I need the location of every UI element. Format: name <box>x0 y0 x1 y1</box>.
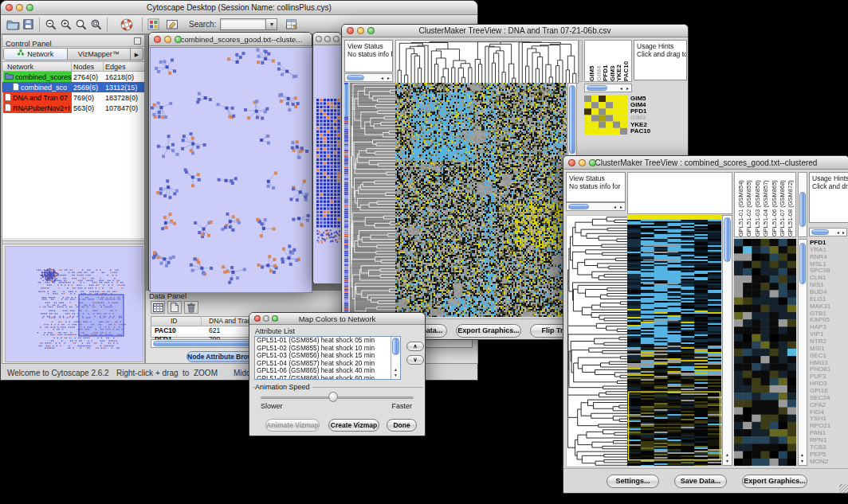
resize-grip[interactable] <box>839 484 848 493</box>
minimize-icon[interactable] <box>324 36 331 42</box>
scroll-thumb[interactable] <box>724 217 731 262</box>
t1-row-dendrogram-canvas[interactable] <box>350 83 395 317</box>
annotation-icon[interactable] <box>164 17 179 32</box>
gene-label[interactable]: SEC24 <box>810 395 848 402</box>
scroll-right-icon[interactable]: ▸ <box>626 86 629 91</box>
attribute-list-item[interactable]: GPL51-04 (GSM857) heat shock 20 min <box>255 360 400 368</box>
gene-label[interactable]: PEP5 <box>810 451 848 459</box>
save-icon[interactable] <box>21 17 36 32</box>
scroll-left-icon[interactable]: ◂ <box>381 76 383 80</box>
tab-network[interactable]: Network <box>3 48 68 61</box>
float-panel-icon[interactable] <box>134 37 141 45</box>
attribute-list-item[interactable]: GPL51-06 (GSM865) heat shock 40 min <box>255 367 400 375</box>
gene-label[interactable]: VIP1 <box>810 331 848 338</box>
scroll-right-icon[interactable]: ▸ <box>842 230 845 235</box>
close-icon[interactable] <box>568 159 575 166</box>
scroll-thumb[interactable] <box>587 85 607 91</box>
gene-label[interactable]: ELG1 <box>810 296 848 303</box>
col-header-network[interactable]: Network <box>7 63 33 71</box>
gene-label[interactable]: NIS1 <box>810 282 848 289</box>
treeview2-zoom-hscroll[interactable]: ◂ ▸ <box>809 228 847 236</box>
scroll-left-icon[interactable]: ◂ <box>620 86 622 91</box>
scroll-left-icon[interactable]: ◂ <box>614 205 616 209</box>
overview-splitter[interactable] <box>2 240 144 244</box>
minimize-icon[interactable] <box>579 159 586 166</box>
zoom-window-icon[interactable] <box>367 27 375 34</box>
t1-pixel-strip-canvas[interactable] <box>344 83 349 317</box>
network-graph-canvas[interactable] <box>150 47 312 293</box>
help-lifebuoy-icon[interactable] <box>119 17 134 32</box>
treeview2-zoom-vscroll[interactable]: ▴ ▾ <box>798 239 807 466</box>
t2-heatmap-canvas[interactable] <box>627 215 721 466</box>
gene-label[interactable]: CLN1 <box>810 275 848 282</box>
close-icon[interactable] <box>347 27 354 34</box>
gene-label[interactable]: MSL1 <box>810 261 848 268</box>
gene-label[interactable]: RPO21 <box>810 423 848 430</box>
network-list-row[interactable]: DNA and Tran 07769(0)183728(0) <box>2 92 144 103</box>
treeview2-status-scrollbar[interactable]: ◂ ▸ <box>566 202 626 211</box>
close-icon[interactable] <box>316 36 322 42</box>
scroll-thumb[interactable] <box>392 338 399 355</box>
t1-top-mini-scrollbar[interactable] <box>579 40 583 82</box>
gene-label[interactable]: SEC1 <box>810 353 848 360</box>
zoom-window-icon[interactable] <box>589 159 596 166</box>
gene-label[interactable]: PAN1 <box>810 430 848 437</box>
network-overview-canvas[interactable] <box>5 246 143 362</box>
scroll-right-icon[interactable]: ▸ <box>620 205 622 209</box>
background-window-titlebar[interactable] <box>313 33 341 45</box>
gene-label[interactable]: KAP95 <box>810 317 848 324</box>
gene-label[interactable]: MON2 <box>810 459 848 466</box>
treeview2-titlebar[interactable]: ClusterMaker TreeView : combined_scores_… <box>563 156 848 170</box>
close-icon[interactable] <box>254 315 261 322</box>
tab-vizmapper[interactable]: VizMapper™ <box>68 48 132 61</box>
scroll-down-icon[interactable]: ▾ <box>801 459 803 463</box>
scroll-thumb[interactable] <box>569 85 575 154</box>
gene-label[interactable]: MSI1 <box>810 346 848 353</box>
t2-row-dendrogram-canvas[interactable] <box>566 215 628 467</box>
close-icon[interactable] <box>6 4 13 11</box>
gene-label[interactable]: PFD1 <box>810 240 848 247</box>
open-folder-icon[interactable] <box>6 17 21 32</box>
t1-top-dendrogram-canvas[interactable] <box>395 40 579 84</box>
gene-label[interactable]: MAK31 <box>810 303 848 311</box>
scroll-thumb[interactable] <box>811 229 829 235</box>
gene-label[interactable]: PHO81 <box>810 366 848 373</box>
scroll-up-icon[interactable]: ▴ <box>726 452 728 457</box>
gene-label[interactable]: CPA2 <box>810 402 848 409</box>
attribute-list-item[interactable]: GPL51-01 (GSM854) heat shock 05 min <box>255 337 400 345</box>
close-icon[interactable] <box>154 36 161 43</box>
tab-more-button[interactable]: ▶ <box>131 48 143 61</box>
t2-gene-labels[interactable]: PFD1YRA1RNR4MSL1SPC98CLN1NIS1BUD4ELG1MAK… <box>810 240 848 466</box>
gene-label[interactable]: YRA1 <box>810 247 848 254</box>
gene-label[interactable]: YSH1 <box>810 416 848 423</box>
attribute-list-item[interactable]: GPL51-03 (GSM856) heat shock 15 min <box>255 352 400 360</box>
save-data-button[interactable]: Save Data... <box>674 475 727 488</box>
t2-zoom-heatmap-canvas[interactable] <box>734 239 796 466</box>
new-attribute-icon[interactable] <box>167 301 182 314</box>
col-header-edges[interactable]: Edges <box>105 63 126 71</box>
export-graphics-button[interactable]: Export Graphics... <box>456 324 521 338</box>
t2-top-dendrogram-area[interactable] <box>627 172 732 214</box>
scroll-thumb[interactable] <box>799 243 806 284</box>
data-col-id[interactable]: ID <box>171 317 178 325</box>
move-attribute-up-button[interactable]: ∧ <box>406 342 424 351</box>
attribute-listbox[interactable]: GPL51-01 (GSM854) heat shock 05 minGPL51… <box>254 336 401 380</box>
animate-vizmap-button[interactable]: Animate Vizmap <box>265 419 320 432</box>
scroll-up-icon[interactable]: ▲ <box>394 367 398 372</box>
attribute-list-item[interactable]: GPL51-02 (GSM855) heat shock 10 min <box>255 345 400 353</box>
network-view-titlebar[interactable]: combined_scores_good.txt--cluste... <box>149 33 312 46</box>
settings-button[interactable]: Settings... <box>607 475 659 488</box>
vizmapper-palette-icon[interactable] <box>146 17 161 32</box>
attribute-list-scrollbar[interactable]: ▲ ▼ <box>391 337 400 379</box>
gene-label[interactable]: HMG1 <box>810 360 848 367</box>
treeview2-vscroll[interactable]: ▴ ▾ <box>722 215 732 466</box>
search-input[interactable] <box>220 18 266 30</box>
network-list-row[interactable]: RNAPuberNov2+I563(0)107847(0) <box>2 103 144 113</box>
move-attribute-down-button[interactable]: ∨ <box>406 355 424 365</box>
gene-label[interactable]: BUD4 <box>810 289 848 296</box>
attribute-table-select-icon[interactable] <box>151 301 165 314</box>
gene-label[interactable]: HAP3 <box>810 324 848 331</box>
treeview1-zoom-hscroll[interactable]: ◂ ▸ <box>584 84 632 92</box>
window-controls[interactable] <box>6 4 33 11</box>
scroll-right-icon[interactable]: ▸ <box>387 76 390 80</box>
